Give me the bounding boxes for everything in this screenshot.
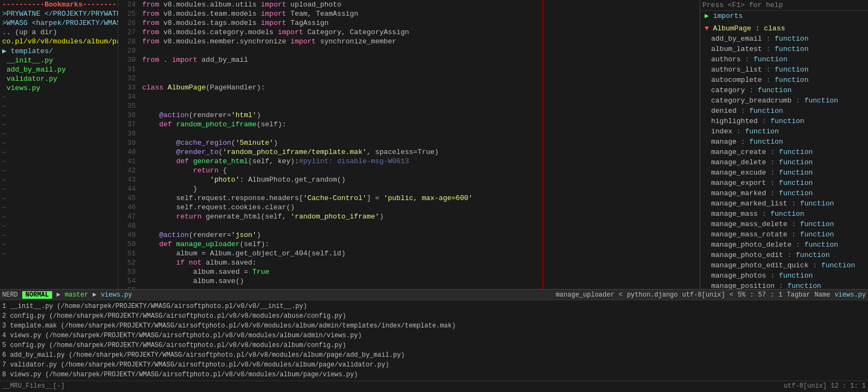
code-line-49: 49 @action(renderer='json'): [118, 230, 700, 240]
code-line-29: 29: [118, 46, 700, 55]
tagbar-method-manage-delete[interactable]: manage_delete : function: [700, 157, 868, 168]
tagbar-method-manage-marked[interactable]: manage_marked : function: [700, 188, 868, 198]
mru-file-1[interactable]: 1 __init__.py (/home/sharpek/PROJEKTY/WM…: [0, 301, 868, 311]
sidebar-init-py[interactable]: __init__.py: [0, 56, 118, 65]
sidebar-prywatne[interactable]: >PRYWATNE </PROJEKTY/PRYWATNE/: [0, 9, 118, 18]
tagbar-method-autocomplete[interactable]: autocomplete : function: [700, 75, 868, 85]
status-bar: NERD NORMAL ► master ► views.py manage_u…: [0, 289, 868, 300]
tagbar-method-manage-mass[interactable]: manage_mass : function: [700, 209, 868, 219]
code-line-24: 24 from v8.modules.album.utils import up…: [118, 0, 700, 9]
tagbar-method-manage-mass-rotate[interactable]: manage_mass_rotate : function: [700, 229, 868, 240]
tagbar-method-manage-marked-list[interactable]: manage_marked_list : function: [700, 198, 868, 209]
tagbar-method-manage[interactable]: manage : function: [700, 137, 868, 147]
mru-file-7[interactable]: 7 validator.py (/home/sharpek/PROJEKTY/W…: [0, 360, 868, 370]
tagbar-method-authors[interactable]: authors : function: [700, 54, 868, 65]
code-line-46: 46 self.request.cookies.clear(): [118, 203, 700, 212]
sidebar-validator-py[interactable]: validator.py: [0, 74, 118, 83]
code-line-45: 45 self.request.response.headers['Cache-…: [118, 194, 700, 203]
tagbar-method-manage-photo-edit-quick[interactable]: manage_photo_edit_quick : function: [700, 260, 868, 271]
sidebar-tilde-11: ~: [0, 185, 118, 194]
tagbar-method-highlighted[interactable]: highlighted : function: [700, 116, 868, 126]
code-lines: 24 from v8.modules.album.utils import up…: [118, 0, 700, 289]
tagbar-class-label[interactable]: ▼ AlbumPage : class: [700, 23, 868, 34]
mru-file-2[interactable]: 2 config.py (/home/sharpek/PROJEKTY/WMAS…: [0, 311, 868, 321]
mru-file-8[interactable]: 8 views.py (/home/sharpek/PROJEKTY/WMASG…: [0, 370, 868, 380]
sidebar-views-py[interactable]: views.py: [0, 83, 118, 93]
status-context: python.django: [627, 291, 678, 299]
mru-file-4[interactable]: 4 views.py (/home/sharpek/PROJEKTY/WMASG…: [0, 331, 868, 340]
status-encoding: utf-8[unix]: [682, 291, 725, 299]
code-line-47: 47 return generate_html(self, 'random_ph…: [118, 212, 700, 221]
tagbar-method-index[interactable]: index : function: [700, 126, 868, 137]
code-line-44: 44 }: [118, 184, 700, 194]
sidebar-current-path[interactable]: co.pl/v8/v8/modules/album/page/: [0, 37, 118, 46]
code-line-33: 33 class AlbumPage(PageHandler):: [118, 83, 700, 92]
tagbar-method-manage-photo-delete[interactable]: manage_photo_delete : function: [700, 240, 868, 250]
code-line-32: 32: [118, 74, 700, 83]
mru-file-5[interactable]: 5 config.py (/home/sharpek/PROJEKTY/WMAS…: [0, 340, 868, 350]
status-separator2: ►: [92, 291, 96, 299]
status-colon2: :: [770, 291, 774, 299]
sidebar-tilde-17: ~: [0, 240, 118, 249]
sidebar-tilde-14: ~: [0, 213, 118, 222]
sidebar-add-by-mail-py[interactable]: add_by_mail.py: [0, 65, 118, 74]
status-lt: <: [619, 291, 623, 299]
code-line-37: 37 def random_photo_iframe(self):: [118, 120, 700, 129]
code-line-30: 30 from . import add_by_mail: [118, 55, 700, 65]
code-line-34: 34: [118, 92, 700, 101]
tagbar-method-category-breadcrumb[interactable]: category_breadcrumb : function: [700, 95, 868, 106]
sidebar-tilde-13: ~: [0, 203, 118, 213]
tagbar-method-album-latest[interactable]: album_latest : function: [700, 44, 868, 54]
tagbar-method-manage-create[interactable]: manage_create : function: [700, 147, 868, 157]
status-arrow: <: [730, 291, 733, 299]
status-tagbar: Tagbar: [787, 291, 810, 299]
tagbar-method-manage-position[interactable]: manage_position : function: [700, 281, 868, 289]
code-line-26: 26 from v8.modules.tags.models import Ta…: [118, 18, 700, 28]
sidebar-bookmarks: ----------Bookmarks----------: [0, 0, 118, 9]
nerd-label: NERD: [2, 291, 18, 299]
tagbar-method-manage-excude[interactable]: manage_excude : function: [700, 168, 868, 178]
code-line-25: 25 from v8.modules.team.models import Te…: [118, 9, 700, 18]
tagbar-header: Press <F1> for help: [700, 0, 868, 11]
sidebar-tilde-2: ~: [0, 102, 118, 111]
tagbar: Press <F1> for help imports ▼ AlbumPage …: [700, 0, 868, 289]
status-line: 57: [758, 291, 766, 299]
code-line-39: 39 @cache_region('5minute'): [118, 138, 700, 147]
sidebar-tilde-3: ~: [0, 111, 118, 120]
mru-file-6[interactable]: 6 add_by_mail.py (/home/sharpek/PROJEKTY…: [0, 350, 868, 360]
code-line-53: 53 album.saved = True: [118, 267, 700, 277]
sidebar-up-dir[interactable]: .. (up a dir): [0, 28, 118, 37]
sidebar-tilde-8: ~: [0, 157, 118, 166]
tagbar-method-add-by-email[interactable]: add_by_email : function: [700, 34, 868, 44]
status-right-filename: views.py: [834, 291, 866, 299]
sidebar-templates-folder[interactable]: templates/: [0, 46, 118, 56]
sidebar-tilde-5: ~: [0, 130, 118, 139]
bottom-panel: 1 __init__.py (/home/sharpek/PROJEKTY/WM…: [0, 300, 868, 392]
tagbar-method-denied[interactable]: denied : function: [700, 106, 868, 116]
code-line-31: 31: [118, 65, 700, 74]
mru-file-3[interactable]: 3 template.mak (/home/sharpek/PROJEKTY/W…: [0, 321, 868, 331]
tagbar-method-manage-photo-edit[interactable]: manage_photo_edit : function: [700, 250, 868, 260]
sidebar-tilde-7: ~: [0, 148, 118, 157]
code-line-41: 41 def generate_html(self, key):#pylint:…: [118, 157, 700, 166]
code-editor[interactable]: 24 from v8.modules.album.utils import up…: [118, 0, 700, 289]
sidebar-tilde-9: ~: [0, 166, 118, 176]
sidebar-wmasg[interactable]: >WMASG <harpek/PROJEKTY/WMASG/: [0, 18, 118, 28]
code-line-35: 35: [118, 101, 700, 111]
git-branch: master: [65, 291, 88, 299]
sidebar: ----------Bookmarks---------- >PRYWATNE …: [0, 0, 118, 289]
tagbar-imports[interactable]: imports: [700, 11, 868, 21]
tagbar-method-manage-photos[interactable]: manage_photos : function: [700, 271, 868, 281]
tagbar-method-authors-list[interactable]: authors_list : function: [700, 65, 868, 75]
function-context: manage_uploader: [556, 291, 614, 299]
code-line-55: 55: [118, 286, 700, 289]
tagbar-method-manage-mass-delete[interactable]: manage_mass_delete : function: [700, 219, 868, 229]
mode-indicator: NORMAL: [22, 291, 52, 299]
code-line-40: 40 @render_to('random_photo_iframe/templ…: [118, 147, 700, 157]
sidebar-tilde-10: ~: [0, 176, 118, 185]
tagbar-method-manage-export[interactable]: manage_export : function: [700, 178, 868, 188]
status-percent: 5%: [738, 291, 745, 299]
sidebar-tilde-6: ~: [0, 139, 118, 148]
tagbar-method-category[interactable]: category : function: [700, 85, 868, 95]
sidebar-tilde-15: ~: [0, 222, 118, 231]
